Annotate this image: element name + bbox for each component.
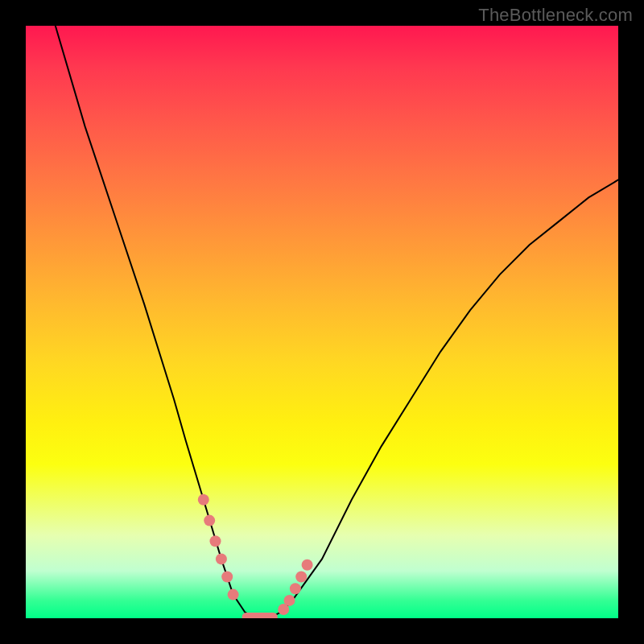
marker-point xyxy=(290,583,301,594)
marker-point xyxy=(284,595,295,606)
marker-point xyxy=(228,589,239,601)
svg-rect-0 xyxy=(242,613,278,618)
marker-point xyxy=(216,553,227,564)
dip-band xyxy=(242,613,278,618)
marker-point xyxy=(302,559,313,571)
marker-point xyxy=(210,535,221,547)
chart-svg xyxy=(26,26,618,618)
bottleneck-curve xyxy=(56,26,618,618)
marker-point xyxy=(295,572,307,583)
plot-area xyxy=(26,26,618,618)
chart-container: TheBottleneck.com xyxy=(0,0,644,644)
marker-point xyxy=(198,494,209,506)
marker-point xyxy=(204,515,215,526)
watermark-text: TheBottleneck.com xyxy=(478,5,633,26)
marker-point xyxy=(221,572,233,583)
